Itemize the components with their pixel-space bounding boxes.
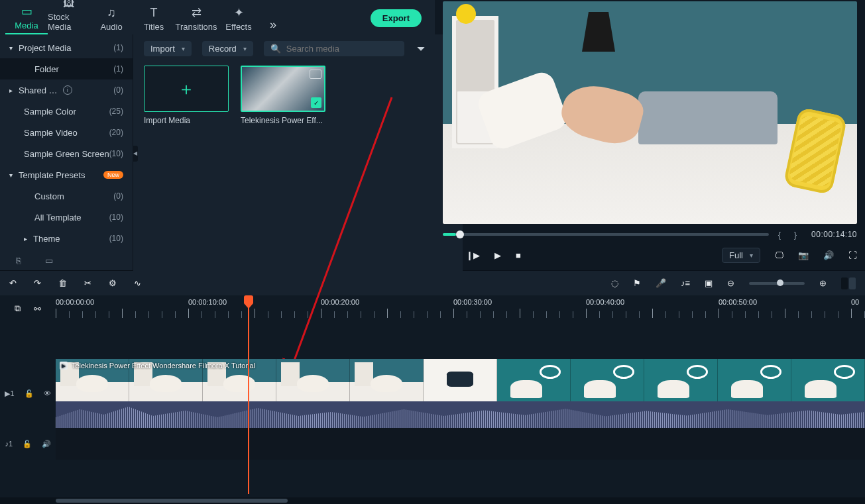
preview-prop-can xyxy=(783,107,847,195)
timeline-playhead[interactable] xyxy=(248,295,249,494)
redo-button[interactable]: ↷ xyxy=(34,278,41,288)
item-count: (0) xyxy=(113,191,123,201)
sidebar-item-all-template[interactable]: All Template (10) xyxy=(0,207,133,228)
undo-button[interactable]: ↶ xyxy=(9,278,17,288)
timeline-horizontal-scrollbar[interactable] xyxy=(0,497,865,504)
sidebar-item-sample-color[interactable]: Sample Color (25) xyxy=(0,101,133,122)
snapshot-icon[interactable]: 📷 xyxy=(798,250,809,260)
sidebar-item-project-media[interactable]: ▾ Project Media (1) xyxy=(0,37,133,58)
search-input[interactable] xyxy=(286,44,398,54)
stop-button[interactable]: ■ xyxy=(516,250,521,260)
zoom-in-button[interactable]: ⊕ xyxy=(819,278,827,288)
import-media-tile[interactable]: ＋ Import Media xyxy=(144,66,229,125)
search-icon: 🔍 xyxy=(270,44,281,54)
info-icon[interactable]: i xyxy=(63,85,72,95)
tab-audio[interactable]: ♫ Audio xyxy=(90,3,133,34)
voiceover-icon[interactable]: 🎤 xyxy=(656,278,666,288)
folder-icon[interactable]: ▭ xyxy=(45,256,53,266)
dropdown-label: Record xyxy=(209,44,237,54)
tab-effects[interactable]: ✦ Effects xyxy=(217,3,260,34)
clip-play-indicator-icon: ▶ xyxy=(60,362,68,370)
tab-media[interactable]: ▭ Media xyxy=(5,2,48,34)
sidebar-item-label: Custom xyxy=(34,191,113,201)
lock-icon[interactable]: 🔓 xyxy=(23,440,32,448)
preview-viewport[interactable] xyxy=(443,1,857,224)
item-count: (10) xyxy=(109,149,123,158)
tabs-more-button[interactable]: » xyxy=(262,15,284,34)
export-button[interactable]: Export xyxy=(371,9,422,27)
ruler-tick: 00:00:50:00 xyxy=(719,298,757,306)
sidebar-item-sample-green-screen[interactable]: Sample Green Screen (10) xyxy=(0,143,133,164)
zoom-out-button[interactable]: ⊖ xyxy=(727,278,734,288)
tab-label: Effects xyxy=(225,22,252,32)
ruler-tick: 00:00:30:00 xyxy=(453,298,492,306)
step-back-button[interactable]: ❙▶ xyxy=(466,250,480,260)
tile-caption: Import Media xyxy=(144,116,229,125)
ruler-tick: 00:00:20:00 xyxy=(321,298,359,306)
tab-stock-media[interactable]: 🖼 Stock Media xyxy=(48,0,90,34)
timeline-match-icon[interactable]: ⧉ xyxy=(15,303,21,314)
visibility-icon[interactable]: 👁 xyxy=(44,389,51,397)
ruler-tick: 00:00:00:00 xyxy=(56,298,94,306)
image-icon: 🖼 xyxy=(63,0,75,9)
timeline-ruler[interactable]: 00:00:00:00 00:00:10:00 00:00:20:00 00:0… xyxy=(56,295,865,322)
delete-button[interactable]: 🗑 xyxy=(58,278,67,288)
transition-icon: ⇄ xyxy=(192,6,202,19)
timeline-clip[interactable]: ▶ Telekinesis Power Effect Wondershare F… xyxy=(56,359,865,428)
sidebar-item-sample-video[interactable]: Sample Video (20) xyxy=(0,122,133,143)
chevron-down-icon: ▾ xyxy=(9,172,19,179)
render-preview-icon[interactable]: ◌ xyxy=(611,278,618,288)
new-badge: New xyxy=(103,171,123,179)
tab-label: Audio xyxy=(100,22,122,32)
collapse-sidebar-handle[interactable]: ◀ xyxy=(133,146,138,162)
sidebar-item-theme[interactable]: ▸ Theme (10) xyxy=(0,228,133,249)
filter-icon[interactable]: ⏷ xyxy=(415,43,428,54)
tab-label: Transitions xyxy=(175,22,217,32)
tab-transitions[interactable]: ⇄ Transitions xyxy=(175,3,217,34)
new-folder-icon[interactable]: ⎘ xyxy=(16,256,21,266)
music-note-icon: ♫ xyxy=(107,6,116,19)
media-clip-tile[interactable]: ✓ Telekinesis Power Eff... xyxy=(241,66,325,125)
timeline-view-toggle[interactable] xyxy=(841,277,856,289)
chevron-right-icon: ▸ xyxy=(24,235,33,242)
sidebar-item-label: Sample Video xyxy=(24,128,109,138)
chevron-down-icon: ▾ xyxy=(182,45,185,52)
audio-mixer-icon[interactable]: ♪≡ xyxy=(681,278,690,288)
import-dropdown[interactable]: Import ▾ xyxy=(144,41,192,56)
sidebar-item-shared-media[interactable]: ▸ Shared Media i (0) xyxy=(0,79,133,101)
sidebar-item-label: Template Presets xyxy=(19,170,99,180)
video-track-icon: ▶1 xyxy=(5,389,14,398)
clip-title: Telekinesis Power Effect Wondershare Fil… xyxy=(72,362,255,370)
sidebar-item-template-presets[interactable]: ▾ Template Presets New xyxy=(0,164,133,185)
link-icon[interactable]: ⚯ xyxy=(34,304,41,314)
audio-adjust-icon[interactable]: ∿ xyxy=(134,278,141,288)
sidebar-item-folder[interactable]: Folder (1) xyxy=(0,58,133,79)
tile-caption: Telekinesis Power Eff... xyxy=(241,116,325,125)
play-button[interactable]: ▶ xyxy=(494,250,501,260)
volume-icon[interactable]: 🔊 xyxy=(823,250,834,260)
crop-icon[interactable]: ▣ xyxy=(705,278,713,288)
search-media-box[interactable]: 🔍 xyxy=(264,41,404,56)
preview-timecode: 00:00:14:10 xyxy=(811,230,857,239)
mute-icon[interactable]: 🔊 xyxy=(42,440,51,448)
video-track-head[interactable]: ▶1 🔓 👁 xyxy=(0,359,56,428)
marker-icon[interactable]: ⚑ xyxy=(633,278,641,288)
preview-scrub-bar[interactable] xyxy=(443,233,769,236)
preview-prop-hand xyxy=(509,41,681,154)
lock-icon[interactable]: 🔓 xyxy=(25,389,34,398)
adjust-icon[interactable]: ⚙ xyxy=(109,278,117,288)
chevron-right-icon: ▸ xyxy=(9,87,19,94)
sidebar-item-label: Shared Media xyxy=(19,85,60,95)
fullscreen-icon[interactable]: ⛶ xyxy=(848,250,857,260)
sidebar-item-custom[interactable]: Custom (0) xyxy=(0,185,133,207)
display-on-monitor-icon[interactable]: 🖵 xyxy=(775,250,783,260)
sidebar-item-label: Theme xyxy=(33,234,109,244)
zoom-slider[interactable] xyxy=(749,282,805,285)
record-dropdown[interactable]: Record ▾ xyxy=(202,41,253,56)
preview-quality-dropdown[interactable]: Full ▾ xyxy=(722,248,760,263)
tab-titles[interactable]: T Titles xyxy=(133,3,175,34)
mark-in-out-icons[interactable]: { } xyxy=(778,230,802,240)
split-button[interactable]: ✂ xyxy=(84,278,91,288)
audio-track-head[interactable]: ♪1 🔓 🔊 xyxy=(0,428,56,460)
tab-label: Titles xyxy=(144,22,164,32)
